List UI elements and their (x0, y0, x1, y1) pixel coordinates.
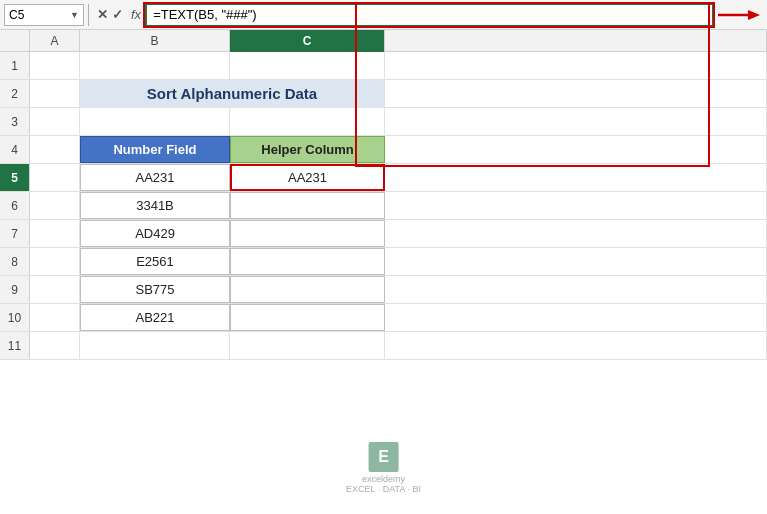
cell-helper-column-header[interactable]: Helper Column (230, 136, 385, 163)
cell-rest-7 (385, 220, 767, 247)
cell-number-field-header[interactable]: Number Field (80, 136, 230, 163)
row-header-11[interactable]: 11 (0, 332, 30, 359)
cell-c6[interactable] (230, 192, 385, 219)
watermark-text: exceldemy EXCEL · DATA · BI (346, 474, 421, 494)
cell-a9[interactable] (30, 276, 80, 303)
cell-a2[interactable] (30, 80, 80, 107)
formula-separator (88, 4, 89, 26)
table-row: 9 SB775 (0, 276, 767, 304)
table-row: 2 Sort Alphanumeric Data (0, 80, 767, 108)
row-header-4[interactable]: 4 (0, 136, 30, 163)
cell-b10[interactable]: AB221 (80, 304, 230, 331)
svg-marker-1 (748, 10, 760, 20)
fx-label: fx (131, 7, 141, 22)
table-row: 10 AB221 (0, 304, 767, 332)
cell-rest-9 (385, 276, 767, 303)
cell-a3[interactable] (30, 108, 80, 135)
row-header-5[interactable]: 5 (0, 164, 30, 191)
cell-a6[interactable] (30, 192, 80, 219)
cell-c3[interactable] (230, 108, 385, 135)
cell-c7[interactable] (230, 220, 385, 247)
cell-a5[interactable] (30, 164, 80, 191)
row-header-8[interactable]: 8 (0, 248, 30, 275)
cell-a10[interactable] (30, 304, 80, 331)
red-arrow-area (713, 4, 763, 26)
cell-rest-10 (385, 304, 767, 331)
watermark-letter: E (378, 448, 389, 466)
cell-b3[interactable] (80, 108, 230, 135)
cell-c5[interactable]: AA231 (230, 164, 385, 191)
cell-rest-2 (385, 80, 767, 107)
row-header-7[interactable]: 7 (0, 220, 30, 247)
formula-input[interactable] (145, 4, 713, 26)
formula-icons: ✕ ✓ (97, 7, 123, 22)
cell-b8[interactable]: E2561 (80, 248, 230, 275)
cell-b7[interactable]: AD429 (80, 220, 230, 247)
cell-a11[interactable] (30, 332, 80, 359)
confirm-icon[interactable]: ✓ (112, 7, 123, 22)
cell-c9[interactable] (230, 276, 385, 303)
cell-rest-6 (385, 192, 767, 219)
cell-c10[interactable] (230, 304, 385, 331)
table-row: 5 AA231 AA231 (0, 164, 767, 192)
header-corner (0, 30, 30, 51)
watermark: E exceldemy EXCEL · DATA · BI (346, 442, 421, 494)
cell-rest-4 (385, 136, 767, 163)
table-row: 4 Number Field Helper Column (0, 136, 767, 164)
cell-rest-1 (385, 52, 767, 79)
cell-a8[interactable] (30, 248, 80, 275)
row-header-2[interactable]: 2 (0, 80, 30, 107)
cell-b6[interactable]: 3341B (80, 192, 230, 219)
cancel-icon[interactable]: ✕ (97, 7, 108, 22)
spreadsheet-area: A B C 1 2 Sort Alphanumeric Data 3 4 Num… (0, 30, 767, 360)
cell-b5[interactable]: AA231 (80, 164, 230, 191)
cell-b1[interactable] (80, 52, 230, 79)
table-row: 7 AD429 (0, 220, 767, 248)
table-row: 6 3341B (0, 192, 767, 220)
red-arrow-icon (716, 6, 761, 24)
col-header-rest (385, 30, 767, 52)
col-header-c[interactable]: C (230, 30, 385, 52)
table-row: 11 (0, 332, 767, 360)
cell-b11[interactable] (80, 332, 230, 359)
cell-rest-8 (385, 248, 767, 275)
cell-name-dropdown-icon[interactable]: ▼ (70, 10, 79, 20)
cell-a7[interactable] (30, 220, 80, 247)
table-row: 3 (0, 108, 767, 136)
row-header-3[interactable]: 3 (0, 108, 30, 135)
cell-c11[interactable] (230, 332, 385, 359)
formula-bar: C5 ▼ ✕ ✓ fx (0, 0, 767, 30)
cell-rest-3 (385, 108, 767, 135)
cell-a1[interactable] (30, 52, 80, 79)
cell-b9[interactable]: SB775 (80, 276, 230, 303)
cell-c8[interactable] (230, 248, 385, 275)
cell-name-box[interactable]: C5 ▼ (4, 4, 84, 26)
table-row: 1 (0, 52, 767, 80)
watermark-icon: E (368, 442, 398, 472)
row-header-10[interactable]: 10 (0, 304, 30, 331)
cell-rest-11 (385, 332, 767, 359)
table-row: 8 E2561 (0, 248, 767, 276)
col-header-a[interactable]: A (30, 30, 80, 52)
cell-reference: C5 (9, 8, 24, 22)
row-header-1[interactable]: 1 (0, 52, 30, 79)
cell-rest-5 (385, 164, 767, 191)
cell-c1[interactable] (230, 52, 385, 79)
column-headers: A B C (0, 30, 767, 52)
row-header-9[interactable]: 9 (0, 276, 30, 303)
row-header-6[interactable]: 6 (0, 192, 30, 219)
col-header-b[interactable]: B (80, 30, 230, 52)
cell-a4[interactable] (30, 136, 80, 163)
title-cell: Sort Alphanumeric Data (80, 80, 385, 107)
